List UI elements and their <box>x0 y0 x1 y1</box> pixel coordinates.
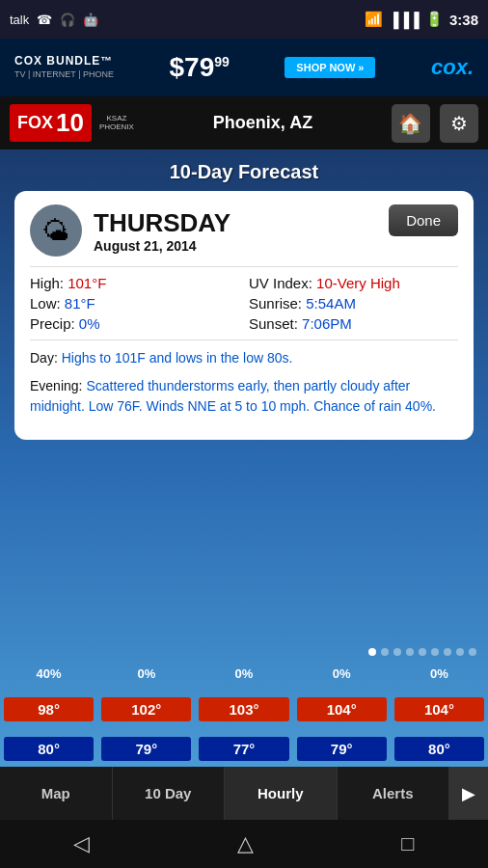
high-temp-2: 103° <box>199 697 288 721</box>
ad-banner: COX BUNDLE™ TV | INTERNET | PHONE $7999 … <box>0 39 488 96</box>
home-nav-button[interactable]: △ <box>237 831 254 856</box>
ad-sub-label: TV | INTERNET | PHONE <box>14 69 114 81</box>
settings-button[interactable]: ⚙ <box>440 104 478 143</box>
high-temp-4: 104° <box>394 697 484 721</box>
main-content: 10-Day Forecast 🌤 THURSDAY August 21, 20… <box>0 149 488 767</box>
forecast-strip: 40%98°80°0%102°79°0%103°77°0%104°79°0%10… <box>0 661 488 767</box>
app-header: FOX 10 KSAZ PHOENIX Phoenix, AZ 🏠 ⚙ <box>0 96 488 149</box>
page-indicators <box>0 648 488 656</box>
card-day-info: 🌤 THURSDAY August 21, 2014 <box>30 204 230 257</box>
precip-4: 0% <box>430 666 448 681</box>
precip-2: 0% <box>235 666 254 681</box>
low-temp-3: 79° <box>297 737 387 761</box>
weather-stats: High: 101°F UV Index: 10-Very High Low: … <box>30 275 458 332</box>
detail-card: 🌤 THURSDAY August 21, 2014 Done High: 10… <box>14 191 474 440</box>
stat-precip: Precip: 0% <box>30 315 239 332</box>
high-temp-3: 104° <box>297 697 387 721</box>
nav-item-hourly[interactable]: Hourly <box>225 767 338 820</box>
divider-1 <box>30 266 458 267</box>
ad-price: $7999 <box>170 52 230 83</box>
nav-item-alerts[interactable]: Alerts <box>338 767 450 820</box>
page-dot-8[interactable] <box>469 648 476 656</box>
header-icons: 🏠 ⚙ <box>392 104 478 143</box>
precip-1: 0% <box>137 666 155 681</box>
card-date: August 21, 2014 <box>94 238 230 254</box>
low-temp-0: 80° <box>4 737 94 761</box>
page-dot-2[interactable] <box>393 648 401 656</box>
headset-icon: 🎧 <box>60 13 75 27</box>
clock: 3:38 <box>449 12 478 28</box>
status-bar: talk ☎ 🎧 🤖 📶 ▐▐▐ 🔋 3:38 <box>0 0 488 39</box>
done-button[interactable]: Done <box>389 204 458 236</box>
stat-sunrise: Sunrise: 5:54AM <box>249 295 458 312</box>
voicemail-icon: ☎ <box>37 13 52 27</box>
nav-item-map[interactable]: Map <box>0 767 113 820</box>
talk-icon: talk <box>10 13 29 27</box>
page-dot-7[interactable] <box>456 648 464 656</box>
forecast-title: 10-Day Forecast <box>0 149 488 191</box>
precip-0: 40% <box>37 666 62 681</box>
high-temp-1: 102° <box>101 697 191 721</box>
card-header: 🌤 THURSDAY August 21, 2014 Done <box>30 204 458 257</box>
divider-2 <box>30 339 458 340</box>
signal-icon: ▐▐▐ <box>389 12 420 28</box>
page-dot-3[interactable] <box>406 648 414 656</box>
battery-icon: 🔋 <box>425 11 444 28</box>
ad-cox-logo: cox. <box>431 55 474 80</box>
wifi-icon: 📶 <box>365 11 383 28</box>
recents-button[interactable]: □ <box>401 831 414 856</box>
weather-icon: 🌤 <box>30 204 82 257</box>
page-dot-0[interactable] <box>368 648 376 656</box>
day-description: Day: Highs to 101F and lows in the low 8… <box>30 348 458 368</box>
forecast-day-col-1: 0%102°79° <box>97 661 195 767</box>
stat-sunset: Sunset: 7:06PM <box>249 315 458 332</box>
low-temp-1: 79° <box>101 737 191 761</box>
forecast-day-col-0: 40%98°80° <box>0 661 97 767</box>
day-name: THURSDAY <box>94 208 230 238</box>
page-dot-4[interactable] <box>419 648 426 656</box>
page-dot-1[interactable] <box>381 648 389 656</box>
ad-bundle-info: COX BUNDLE™ TV | INTERNET | PHONE <box>14 54 114 80</box>
android-icon: 🤖 <box>83 13 98 27</box>
status-right: 📶 ▐▐▐ 🔋 3:38 <box>365 11 478 28</box>
android-nav: ◁ △ □ <box>0 820 488 868</box>
forecast-day-col-2: 0%103°77° <box>195 661 292 767</box>
ad-bundle-label: COX BUNDLE™ <box>14 54 114 69</box>
page-dot-6[interactable] <box>444 648 451 656</box>
forecast-day-col-3: 0%104°79° <box>293 661 391 767</box>
evening-description: Evening: Scattered thunderstorms early, … <box>30 376 458 417</box>
low-temp-4: 80° <box>394 737 484 761</box>
forecast-day-col-4: 0%104°80° <box>391 661 488 767</box>
stat-uv: UV Index: 10-Very High <box>249 275 458 291</box>
status-icons-left: talk ☎ 🎧 🤖 <box>10 13 98 27</box>
back-button[interactable]: ◁ <box>73 831 90 856</box>
bottom-nav: Map10 DayHourlyAlerts▶ <box>0 767 488 820</box>
high-temp-0: 98° <box>4 697 94 721</box>
nav-item-10-day[interactable]: 10 Day <box>113 767 226 820</box>
ad-shop-button[interactable]: SHOP NOW » <box>285 57 375 78</box>
low-temp-2: 77° <box>199 737 288 761</box>
stat-high: High: 101°F <box>30 275 239 291</box>
stat-low: Low: 81°F <box>30 295 239 312</box>
precip-3: 0% <box>333 666 351 681</box>
fox-logo: FOX 10 <box>10 104 92 142</box>
nav-arrow[interactable]: ▶ <box>449 767 488 820</box>
home-button[interactable]: 🏠 <box>392 104 430 143</box>
header-city: Phoenix, AZ <box>213 113 312 133</box>
page-dot-5[interactable] <box>431 648 439 656</box>
description-section: Day: Highs to 101F and lows in the low 8… <box>30 348 458 417</box>
